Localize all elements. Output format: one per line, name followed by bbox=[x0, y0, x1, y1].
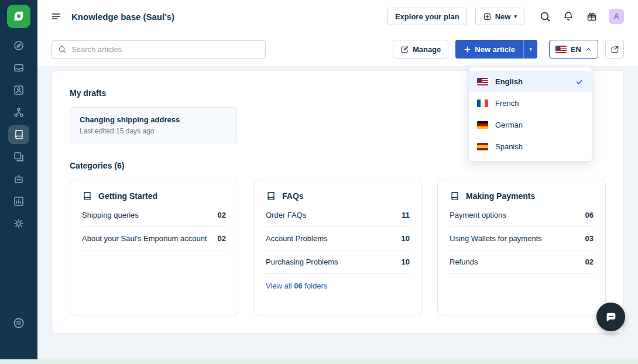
page-title: Knowledge base (Saul's) bbox=[71, 12, 174, 22]
app-window: Knowledge base (Saul's) Explore your pla… bbox=[0, 0, 638, 359]
category-header[interactable]: Getting Started bbox=[82, 191, 226, 201]
kb-toolbar-actions: Manage New article ▾ EN bbox=[393, 40, 624, 59]
book-icon bbox=[450, 191, 460, 201]
view-all-folders-link[interactable]: View all 06 folders bbox=[266, 281, 327, 290]
sidebar-item-dashboard[interactable] bbox=[8, 36, 29, 55]
language-option-spanish[interactable]: Spanish bbox=[469, 136, 592, 157]
collapse-menu-button[interactable] bbox=[49, 9, 63, 23]
new-article-label: New article bbox=[475, 45, 515, 54]
caret-down-icon: ▾ bbox=[514, 14, 517, 19]
explore-plan-label: Explore your plan bbox=[395, 12, 459, 21]
folder-row[interactable]: Refunds 02 bbox=[450, 250, 594, 274]
new-article-button[interactable]: New article bbox=[455, 40, 523, 59]
category-header[interactable]: FAQs bbox=[266, 191, 410, 201]
bots-icon bbox=[13, 173, 25, 185]
folder-row[interactable]: Account Problems 10 bbox=[266, 227, 410, 250]
folder-row[interactable]: Purchasing Problems 10 bbox=[266, 250, 410, 274]
folder-name: Shipping queries bbox=[82, 211, 139, 219]
language-code: EN bbox=[571, 45, 581, 54]
folder-row[interactable]: About your Saul's Emporium account 02 bbox=[82, 227, 226, 250]
sidebar-item-settings[interactable] bbox=[8, 214, 29, 233]
es-flag-icon bbox=[477, 143, 488, 150]
language-label: German bbox=[495, 121, 523, 129]
external-link-icon bbox=[610, 45, 619, 54]
freshworks-logo-icon bbox=[12, 10, 25, 23]
folder-row[interactable]: Shipping queries 02 bbox=[82, 204, 226, 227]
new-button[interactable]: New ▾ bbox=[475, 8, 524, 25]
check-icon bbox=[575, 78, 584, 86]
avatar-initial: A bbox=[614, 12, 619, 20]
category-header[interactable]: Making Payments bbox=[450, 191, 594, 201]
folder-name: Payment options bbox=[450, 211, 506, 219]
view-all-count: 06 bbox=[294, 281, 302, 290]
global-search-button[interactable] bbox=[536, 8, 554, 25]
folder-count: 06 bbox=[585, 211, 594, 219]
sidebar-item-bots[interactable] bbox=[8, 170, 29, 188]
book-icon bbox=[82, 191, 92, 201]
categories-heading: Categories (6) bbox=[70, 161, 606, 170]
preview-external-button[interactable] bbox=[605, 40, 624, 59]
plus-icon bbox=[464, 46, 471, 53]
folder-row[interactable]: Using Wallets for payments 03 bbox=[450, 227, 594, 250]
chat-widget-button[interactable] bbox=[596, 303, 625, 331]
article-search bbox=[52, 40, 266, 59]
knowledge-base-icon bbox=[13, 129, 25, 140]
search-icon bbox=[539, 11, 551, 23]
draft-card[interactable]: Changing shipping address Last edited 15… bbox=[70, 107, 237, 143]
search-articles-input[interactable] bbox=[71, 45, 259, 54]
language-label: English bbox=[495, 77, 523, 86]
language-option-english[interactable]: English bbox=[469, 71, 592, 92]
sidebar-item-forums[interactable] bbox=[8, 147, 29, 166]
bell-icon bbox=[562, 11, 574, 22]
category-card-faqs: FAQs Order FAQs 11 Account Problems 10 P… bbox=[253, 180, 422, 315]
draft-title: Changing shipping address bbox=[80, 115, 227, 124]
category-card-getting-started: Getting Started Shipping queries 02 Abou… bbox=[70, 180, 238, 315]
edit-square-icon bbox=[400, 45, 409, 54]
header-actions: Explore your plan New ▾ bbox=[387, 8, 624, 25]
language-label: French bbox=[495, 99, 519, 108]
sidebar-item-contacts[interactable] bbox=[8, 81, 29, 99]
folder-row[interactable]: Payment options 06 bbox=[450, 204, 594, 227]
language-option-german[interactable]: German bbox=[469, 114, 592, 136]
whats-new-button[interactable] bbox=[583, 8, 601, 25]
kb-toolbar: Manage New article ▾ EN bbox=[37, 33, 638, 66]
user-avatar[interactable]: A bbox=[609, 9, 624, 24]
sidebar-item-org[interactable] bbox=[8, 103, 29, 122]
chat-bubble-icon bbox=[605, 311, 618, 324]
sidebar-item-tickets[interactable] bbox=[8, 59, 29, 77]
new-article-dropdown-button[interactable]: ▾ bbox=[523, 40, 537, 59]
manage-button[interactable]: Manage bbox=[393, 40, 448, 59]
header-icon-group bbox=[536, 8, 601, 25]
dashboard-icon bbox=[13, 40, 25, 51]
menu-icon bbox=[51, 11, 61, 22]
grid-plus-icon bbox=[483, 12, 492, 21]
freshworks-logo[interactable] bbox=[7, 5, 30, 28]
new-button-label: New bbox=[495, 12, 511, 21]
explore-plan-button[interactable]: Explore your plan bbox=[387, 8, 467, 25]
folder-name: Order FAQs bbox=[266, 211, 306, 219]
sidebar-nav bbox=[8, 36, 29, 233]
folder-count: 11 bbox=[402, 211, 410, 219]
folder-count: 02 bbox=[218, 234, 226, 243]
sidebar bbox=[0, 0, 37, 359]
folder-count: 10 bbox=[402, 257, 410, 266]
folder-name: Purchasing Problems bbox=[266, 257, 338, 266]
sidebar-item-help[interactable] bbox=[8, 314, 29, 332]
new-article-split-button: New article ▾ bbox=[455, 40, 537, 59]
folder-count: 02 bbox=[585, 257, 594, 266]
category-title: Making Payments bbox=[466, 191, 535, 201]
search-icon bbox=[58, 45, 67, 54]
language-selector-button[interactable]: EN bbox=[549, 40, 598, 59]
sidebar-item-analytics[interactable] bbox=[8, 192, 29, 211]
notifications-button[interactable] bbox=[560, 8, 577, 25]
folder-row[interactable]: Order FAQs 11 bbox=[266, 204, 410, 227]
folder-name: Refunds bbox=[450, 257, 478, 266]
folder-name: About your Saul's Emporium account bbox=[82, 234, 207, 243]
categories-grid: Getting Started Shipping queries 02 Abou… bbox=[70, 180, 606, 315]
settings-icon bbox=[13, 218, 25, 229]
language-option-french[interactable]: French bbox=[469, 92, 592, 114]
category-card-making-payments: Making Payments Payment options 06 Using… bbox=[437, 180, 606, 315]
view-all-suffix: folders bbox=[303, 281, 328, 290]
sidebar-item-knowledge-base[interactable] bbox=[8, 125, 29, 144]
folder-name: Using Wallets for payments bbox=[450, 234, 542, 243]
